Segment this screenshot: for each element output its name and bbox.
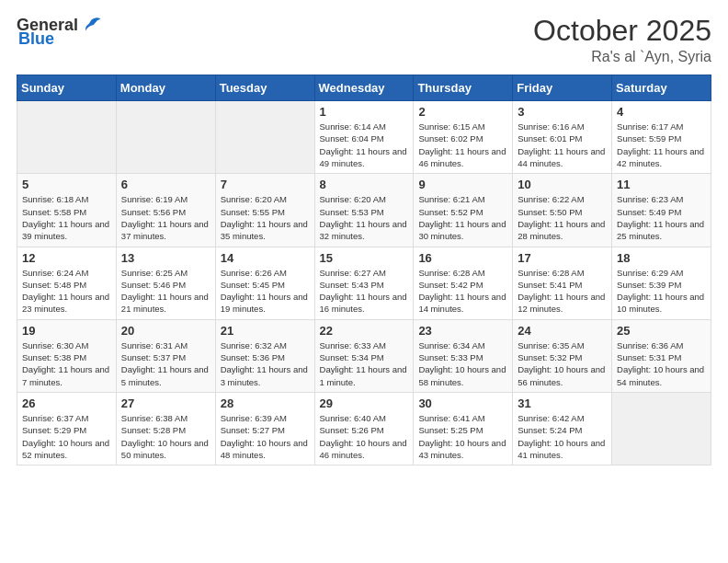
day-number: 13 [121,251,210,265]
day-info: Sunrise: 6:19 AM Sunset: 5:56 PM Dayligh… [121,193,210,242]
calendar-cell: 27Sunrise: 6:38 AM Sunset: 5:28 PM Dayli… [116,392,215,465]
day-info: Sunrise: 6:22 AM Sunset: 5:50 PM Dayligh… [518,193,607,242]
day-number: 20 [121,324,210,338]
calendar-table: SundayMondayTuesdayWednesdayThursdayFrid… [17,75,711,465]
weekday-header: Tuesday [215,75,314,101]
day-info: Sunrise: 6:33 AM Sunset: 5:34 PM Dayligh… [320,339,409,388]
day-number: 26 [22,396,111,410]
calendar-cell: 17Sunrise: 6:28 AM Sunset: 5:41 PM Dayli… [513,247,612,319]
calendar-cell: 14Sunrise: 6:26 AM Sunset: 5:45 PM Dayli… [215,247,314,319]
calendar-cell: 5Sunrise: 6:18 AM Sunset: 5:58 PM Daylig… [17,174,117,247]
day-number: 30 [418,396,507,410]
calendar-cell: 25Sunrise: 6:36 AM Sunset: 5:31 PM Dayli… [612,319,711,392]
calendar-cell: 23Sunrise: 6:34 AM Sunset: 5:33 PM Dayli… [414,319,513,392]
day-info: Sunrise: 6:15 AM Sunset: 6:02 PM Dayligh… [418,121,507,169]
calendar-cell [17,101,117,174]
day-info: Sunrise: 6:21 AM Sunset: 5:52 PM Dayligh… [418,193,507,242]
calendar-cell: 19Sunrise: 6:30 AM Sunset: 5:38 PM Dayli… [17,319,117,392]
day-number: 16 [418,251,507,265]
calendar-cell: 3Sunrise: 6:16 AM Sunset: 6:01 PM Daylig… [513,101,612,174]
day-info: Sunrise: 6:24 AM Sunset: 5:48 PM Dayligh… [22,267,111,316]
title-block: October 2025 Ra's al `Ayn, Syria [533,15,711,65]
calendar-cell: 28Sunrise: 6:39 AM Sunset: 5:27 PM Dayli… [215,392,314,465]
calendar-cell: 29Sunrise: 6:40 AM Sunset: 5:26 PM Dayli… [314,392,414,465]
day-info: Sunrise: 6:18 AM Sunset: 5:58 PM Dayligh… [22,193,111,242]
calendar-cell: 15Sunrise: 6:27 AM Sunset: 5:43 PM Dayli… [314,247,414,319]
day-number: 28 [221,396,310,410]
day-number: 6 [121,178,210,191]
calendar-cell [215,101,314,174]
calendar-cell: 22Sunrise: 6:33 AM Sunset: 5:34 PM Dayli… [314,319,414,392]
day-info: Sunrise: 6:32 AM Sunset: 5:36 PM Dayligh… [221,339,310,388]
day-info: Sunrise: 6:20 AM Sunset: 5:55 PM Dayligh… [221,193,310,242]
calendar-week-row: 26Sunrise: 6:37 AM Sunset: 5:29 PM Dayli… [17,392,711,465]
day-number: 24 [518,324,607,338]
day-number: 18 [617,251,706,265]
calendar-cell: 24Sunrise: 6:35 AM Sunset: 5:32 PM Dayli… [513,319,612,392]
calendar-cell: 7Sunrise: 6:20 AM Sunset: 5:55 PM Daylig… [215,174,314,247]
day-number: 23 [418,324,507,338]
day-info: Sunrise: 6:34 AM Sunset: 5:33 PM Dayligh… [418,339,507,388]
day-number: 19 [22,324,111,338]
calendar-cell: 26Sunrise: 6:37 AM Sunset: 5:29 PM Dayli… [17,392,117,465]
logo-blue-text: Blue [18,29,54,49]
day-number: 5 [22,178,111,191]
day-info: Sunrise: 6:20 AM Sunset: 5:53 PM Dayligh… [320,193,409,242]
calendar-week-row: 19Sunrise: 6:30 AM Sunset: 5:38 PM Dayli… [17,319,711,392]
day-number: 9 [418,178,507,191]
day-info: Sunrise: 6:17 AM Sunset: 5:59 PM Dayligh… [617,121,706,169]
calendar-cell: 12Sunrise: 6:24 AM Sunset: 5:48 PM Dayli… [17,247,117,319]
day-number: 22 [320,324,409,338]
day-number: 11 [617,178,706,191]
day-number: 8 [320,178,409,191]
day-number: 29 [320,396,409,410]
calendar-cell [116,101,215,174]
day-info: Sunrise: 6:42 AM Sunset: 5:24 PM Dayligh… [518,412,607,461]
calendar-week-row: 12Sunrise: 6:24 AM Sunset: 5:48 PM Dayli… [17,247,711,319]
day-info: Sunrise: 6:14 AM Sunset: 6:04 PM Dayligh… [320,121,409,169]
logo-bird-icon [82,15,102,35]
day-number: 17 [518,251,607,265]
weekday-header: Thursday [414,75,513,101]
day-info: Sunrise: 6:31 AM Sunset: 5:37 PM Dayligh… [121,339,210,388]
calendar-cell: 2Sunrise: 6:15 AM Sunset: 6:02 PM Daylig… [414,101,513,174]
page: General Blue October 2025 Ra's al `Ayn, … [0,0,728,563]
day-number: 15 [320,251,409,265]
calendar-cell: 20Sunrise: 6:31 AM Sunset: 5:37 PM Dayli… [116,319,215,392]
calendar-cell: 10Sunrise: 6:22 AM Sunset: 5:50 PM Dayli… [513,174,612,247]
day-info: Sunrise: 6:37 AM Sunset: 5:29 PM Dayligh… [22,412,111,461]
day-info: Sunrise: 6:26 AM Sunset: 5:45 PM Dayligh… [221,267,310,316]
calendar-cell [612,392,711,465]
calendar-cell: 11Sunrise: 6:23 AM Sunset: 5:49 PM Dayli… [612,174,711,247]
day-info: Sunrise: 6:29 AM Sunset: 5:39 PM Dayligh… [617,267,706,316]
month-title: October 2025 [533,15,711,47]
day-info: Sunrise: 6:30 AM Sunset: 5:38 PM Dayligh… [22,339,111,388]
day-info: Sunrise: 6:16 AM Sunset: 6:01 PM Dayligh… [518,121,607,169]
day-info: Sunrise: 6:27 AM Sunset: 5:43 PM Dayligh… [320,267,409,316]
weekday-header: Friday [513,75,612,101]
calendar-cell: 30Sunrise: 6:41 AM Sunset: 5:25 PM Dayli… [414,392,513,465]
calendar-cell: 13Sunrise: 6:25 AM Sunset: 5:46 PM Dayli… [116,247,215,319]
calendar-cell: 31Sunrise: 6:42 AM Sunset: 5:24 PM Dayli… [513,392,612,465]
calendar-cell: 16Sunrise: 6:28 AM Sunset: 5:42 PM Dayli… [414,247,513,319]
calendar-cell: 21Sunrise: 6:32 AM Sunset: 5:36 PM Dayli… [215,319,314,392]
day-info: Sunrise: 6:36 AM Sunset: 5:31 PM Dayligh… [617,339,706,388]
weekday-header: Saturday [612,75,711,101]
calendar-cell: 18Sunrise: 6:29 AM Sunset: 5:39 PM Dayli… [612,247,711,319]
day-info: Sunrise: 6:38 AM Sunset: 5:28 PM Dayligh… [121,412,210,461]
day-number: 1 [320,105,409,119]
location-title: Ra's al `Ayn, Syria [533,49,711,65]
day-number: 21 [221,324,310,338]
weekday-header: Wednesday [314,75,414,101]
calendar-cell: 4Sunrise: 6:17 AM Sunset: 5:59 PM Daylig… [612,101,711,174]
day-number: 14 [221,251,310,265]
day-number: 10 [518,178,607,191]
day-info: Sunrise: 6:35 AM Sunset: 5:32 PM Dayligh… [518,339,607,388]
calendar-cell: 6Sunrise: 6:19 AM Sunset: 5:56 PM Daylig… [116,174,215,247]
day-info: Sunrise: 6:28 AM Sunset: 5:41 PM Dayligh… [518,267,607,316]
day-info: Sunrise: 6:23 AM Sunset: 5:49 PM Dayligh… [617,193,706,242]
day-info: Sunrise: 6:25 AM Sunset: 5:46 PM Dayligh… [121,267,210,316]
day-info: Sunrise: 6:40 AM Sunset: 5:26 PM Dayligh… [320,412,409,461]
logo: General Blue [17,15,102,49]
day-info: Sunrise: 6:39 AM Sunset: 5:27 PM Dayligh… [221,412,310,461]
